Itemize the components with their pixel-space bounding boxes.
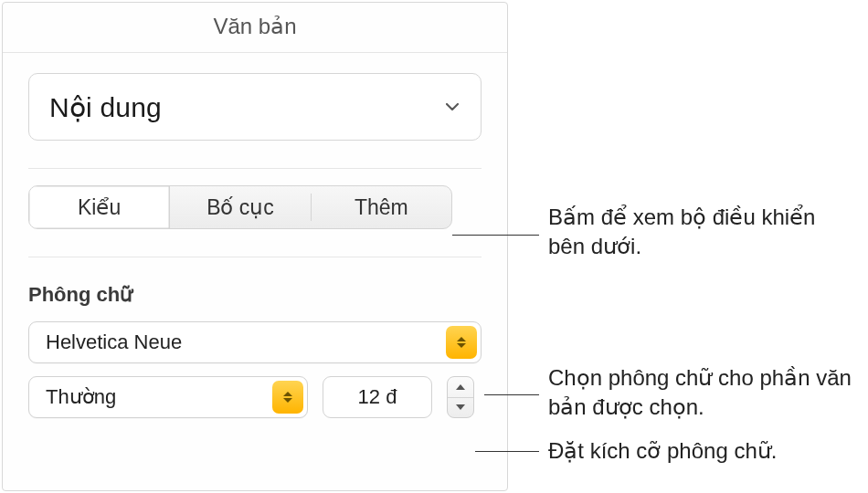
stepper-down-button[interactable] xyxy=(448,397,473,418)
stepper-up-button[interactable] xyxy=(448,377,473,397)
callout-tabs: Bấm để xem bộ điều khiển bên dưới. xyxy=(548,203,841,262)
tab-label: Thêm xyxy=(355,195,408,220)
tab-label: Kiểu xyxy=(78,195,121,220)
popup-arrows-icon xyxy=(446,326,477,359)
tab-label: Bố cục xyxy=(206,195,274,220)
text-inspector-panel: Văn bản Nội dung Kiểu Bố cục Thêm Phông … xyxy=(2,2,508,491)
tab-style[interactable]: Kiểu xyxy=(29,186,170,228)
font-size-value: 12 đ xyxy=(358,385,397,409)
chevron-down-icon xyxy=(444,98,460,116)
tabs-section: Kiểu Bố cục Thêm xyxy=(3,169,507,229)
callout-leader xyxy=(484,394,539,395)
callout-font-size: Đặt kích cỡ phông chữ. xyxy=(548,436,850,466)
callout-leader xyxy=(452,235,539,236)
segmented-control: Kiểu Bố cục Thêm xyxy=(28,185,452,229)
callout-leader xyxy=(475,451,539,452)
paragraph-style-popup[interactable]: Nội dung xyxy=(28,73,482,141)
callout-font-family: Chọn phông chữ cho phần văn bản được chọ… xyxy=(548,363,868,423)
font-section: Phông chữ Helvetica Neue Thường 12 đ xyxy=(3,257,507,418)
paragraph-style-value: Nội dung xyxy=(49,91,162,123)
font-heading: Phông chữ xyxy=(28,283,482,307)
font-weight-popup[interactable]: Thường xyxy=(28,376,308,418)
paragraph-style-section: Nội dung xyxy=(3,53,507,141)
font-family-value: Helvetica Neue xyxy=(46,330,182,354)
panel-title: Văn bản xyxy=(3,3,507,53)
popup-arrows-icon xyxy=(272,381,303,414)
font-weight-value: Thường xyxy=(46,385,116,409)
font-size-field[interactable]: 12 đ xyxy=(323,376,432,418)
tab-more[interactable]: Thêm xyxy=(312,186,451,228)
tab-layout[interactable]: Bố cục xyxy=(170,186,310,228)
font-row-2: Thường 12 đ xyxy=(28,376,482,418)
font-family-popup[interactable]: Helvetica Neue xyxy=(28,321,482,363)
font-size-stepper xyxy=(447,376,474,418)
